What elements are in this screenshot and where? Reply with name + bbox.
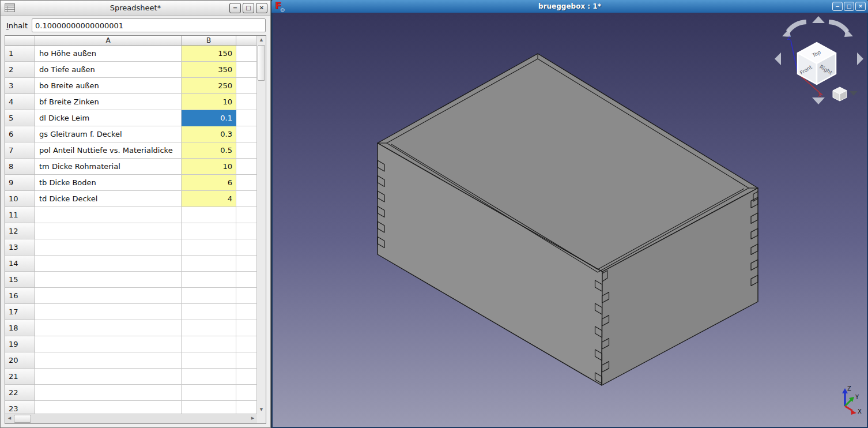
3d-view-titlebar[interactable]: F⚙ brueggebox : 1* − □ ✕ [271, 0, 868, 13]
nav-arrow-down-icon[interactable] [812, 97, 825, 104]
scroll-left-icon[interactable]: ◀ [5, 414, 14, 423]
cell-stub[interactable] [236, 175, 257, 191]
row-header[interactable]: 4 [5, 94, 35, 110]
cell-a[interactable]: gs Gleitraum f. Deckel [35, 126, 182, 142]
cell-stub[interactable] [236, 239, 257, 256]
horizontal-scroll-thumb[interactable] [14, 415, 31, 423]
cell-a[interactable] [35, 288, 182, 304]
cell-stub[interactable] [236, 94, 257, 110]
cell-a[interactable]: dl Dicke Leim [35, 110, 182, 126]
cell-b[interactable] [182, 288, 236, 304]
cell-b[interactable] [182, 272, 236, 288]
cell-b[interactable] [182, 320, 236, 336]
cell-b[interactable] [182, 304, 236, 320]
cell-a[interactable] [35, 304, 182, 320]
row-header[interactable]: 3 [5, 78, 35, 94]
row-header[interactable]: 13 [5, 239, 35, 256]
cell-b[interactable]: 10 [182, 94, 236, 110]
cell-b[interactable] [182, 352, 236, 369]
cell-stub[interactable] [236, 159, 257, 175]
cell-stub[interactable] [236, 369, 257, 385]
row-header[interactable]: 7 [5, 142, 35, 159]
cell-b[interactable]: 150 [182, 46, 236, 62]
spreadsheet-grid[interactable]: A B 1ho Höhe außen1502do Tiefe außen3503… [5, 36, 257, 414]
row-header[interactable]: 2 [5, 62, 35, 78]
cell-stub[interactable] [236, 78, 257, 94]
row-header[interactable]: 1 [5, 46, 35, 62]
row-header[interactable]: 21 [5, 369, 35, 385]
scroll-up-icon[interactable]: ▲ [257, 36, 266, 44]
row-header[interactable]: 17 [5, 304, 35, 320]
cell-a[interactable] [35, 385, 182, 401]
cell-stub[interactable] [236, 401, 257, 414]
cell-a[interactable]: pol Anteil Nuttiefe vs. Materialdicke [35, 142, 182, 159]
row-header[interactable]: 10 [5, 191, 35, 207]
nav-menu-dropdown-icon[interactable] [850, 91, 858, 96]
scroll-right-icon[interactable]: ▶ [248, 414, 257, 423]
cell-a[interactable]: tm Dicke Rohmaterial [35, 159, 182, 175]
row-header[interactable]: 16 [5, 288, 35, 304]
cell-stub[interactable] [236, 304, 257, 320]
cell-a[interactable] [35, 207, 182, 223]
cell-a[interactable] [35, 223, 182, 239]
cell-stub[interactable] [236, 142, 257, 159]
nav-rotate-right-icon[interactable] [829, 22, 847, 32]
column-header-b[interactable]: B [182, 36, 236, 46]
cell-a[interactable]: do Tiefe außen [35, 62, 182, 78]
cell-b[interactable] [182, 256, 236, 272]
cell-b[interactable]: 10 [182, 159, 236, 175]
cell-stub[interactable] [236, 191, 257, 207]
cell-a[interactable] [35, 401, 182, 414]
cell-b[interactable]: 250 [182, 78, 236, 94]
cell-b[interactable] [182, 385, 236, 401]
cell-stub[interactable] [236, 46, 257, 62]
cell-a[interactable]: bf Breite Zinken [35, 94, 182, 110]
cell-stub[interactable] [236, 126, 257, 142]
spreadsheet-titlebar[interactable]: Spreadsheet* − □ ✕ [1, 1, 270, 16]
cell-a[interactable] [35, 336, 182, 352]
box-model[interactable] [378, 54, 758, 385]
row-header[interactable]: 22 [5, 385, 35, 401]
cell-b-selected[interactable]: 0.1 [182, 110, 236, 126]
minimize-button[interactable]: − [832, 2, 843, 11]
cell-a[interactable]: td Dicke Deckel [35, 191, 182, 207]
row-header[interactable]: 23 [5, 401, 35, 414]
cell-stub[interactable] [236, 288, 257, 304]
column-header-a[interactable]: A [35, 36, 182, 46]
horizontal-scrollbar[interactable]: ◀ ▶ [5, 414, 257, 423]
cell-a[interactable] [35, 320, 182, 336]
cell-b[interactable]: 0.5 [182, 142, 236, 159]
cell-b[interactable]: 4 [182, 191, 236, 207]
vertical-scrollbar[interactable]: ▲ ▼ [256, 36, 266, 414]
nav-arrow-right-icon[interactable] [857, 52, 863, 65]
cell-a[interactable]: bo Breite außen [35, 78, 182, 94]
cell-a[interactable]: tb Dicke Boden [35, 175, 182, 191]
cell-a[interactable] [35, 239, 182, 256]
cell-b[interactable] [182, 369, 236, 385]
maximize-button[interactable]: □ [844, 2, 854, 11]
cell-stub[interactable] [236, 272, 257, 288]
row-header[interactable]: 11 [5, 207, 35, 223]
nav-arrow-up-icon[interactable] [812, 16, 825, 23]
cell-b[interactable] [182, 239, 236, 256]
row-header[interactable]: 15 [5, 272, 35, 288]
cell-content-input[interactable] [32, 18, 266, 32]
cell-b[interactable]: 0.3 [182, 126, 236, 142]
row-header[interactable]: 19 [5, 336, 35, 352]
3d-viewport[interactable]: Z X Top Front Right [273, 13, 867, 427]
cell-b[interactable]: 350 [182, 62, 236, 78]
row-header[interactable]: 18 [5, 320, 35, 336]
cell-b[interactable]: 6 [182, 175, 236, 191]
cell-a[interactable] [35, 256, 182, 272]
cell-stub[interactable] [236, 352, 257, 369]
cell-b[interactable] [182, 207, 236, 223]
cell-b[interactable] [182, 223, 236, 239]
cell-stub[interactable] [236, 62, 257, 78]
scroll-down-icon[interactable]: ▼ [257, 406, 266, 414]
cell-stub[interactable] [236, 336, 257, 352]
cell-b[interactable] [182, 336, 236, 352]
close-button[interactable]: ✕ [855, 2, 866, 11]
row-header[interactable]: 5 [5, 110, 35, 126]
cell-stub[interactable] [236, 385, 257, 401]
cell-stub[interactable] [236, 110, 257, 126]
